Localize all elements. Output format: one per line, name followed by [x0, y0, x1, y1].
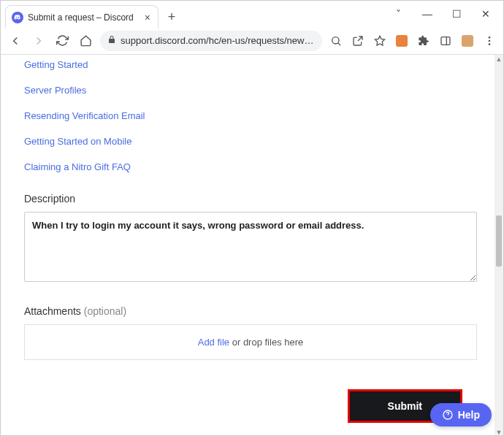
share-icon[interactable] [350, 33, 366, 49]
attachments-optional-text: (optional) [84, 305, 126, 317]
reload-icon[interactable] [53, 32, 71, 50]
description-label: Description [24, 193, 477, 204]
scroll-up-icon[interactable]: ▲ [495, 55, 503, 64]
svg-point-2 [489, 37, 491, 39]
new-tab-button[interactable]: + [161, 7, 182, 27]
forward-icon[interactable] [30, 32, 47, 50]
add-file-link[interactable]: Add file [198, 337, 229, 348]
scroll-down-icon[interactable]: ▼ [495, 428, 503, 436]
svg-point-3 [489, 39, 491, 42]
browser-tab[interactable]: Submit a request – Discord × [5, 5, 159, 28]
tab-title: Submit a request – Discord [28, 12, 139, 23]
profile-avatar-icon[interactable] [459, 33, 476, 49]
extensions-icon[interactable] [416, 33, 432, 49]
suggested-link[interactable]: Claiming a Nitro Gift FAQ [24, 161, 477, 172]
close-window-icon[interactable]: ✕ [471, 4, 500, 24]
browser-titlebar: Submit a request – Discord × + ˅ — ☐ ✕ [1, 1, 503, 27]
svg-point-0 [332, 37, 339, 43]
url-text: support.discord.com/hc/en-us/requests/ne… [121, 35, 315, 46]
page-content: Getting Started Server Profiles Resendin… [1, 55, 495, 436]
maximize-icon[interactable]: ☐ [442, 4, 471, 24]
window-dropdown-icon[interactable]: ˅ [383, 4, 413, 24]
description-textarea[interactable] [24, 212, 477, 282]
help-widget[interactable]: Help [430, 403, 492, 427]
vertical-scrollbar[interactable]: ▲ ▼ [495, 55, 503, 436]
drop-files-text: or drop files here [229, 337, 303, 348]
extension-metamask-icon[interactable] [394, 33, 410, 49]
suggested-link[interactable]: Getting Started on Mobile [24, 136, 477, 147]
attachments-label: Attachments (optional) [24, 305, 477, 317]
attachments-dropzone[interactable]: Add file or drop files here [24, 324, 477, 360]
suggested-link[interactable]: Server Profiles [24, 85, 477, 96]
help-label: Help [458, 409, 480, 421]
home-icon[interactable] [77, 32, 94, 50]
svg-rect-1 [441, 37, 450, 45]
svg-point-4 [489, 43, 491, 45]
browser-toolbar: support.discord.com/hc/en-us/requests/ne… [1, 27, 503, 55]
help-question-icon [442, 409, 454, 421]
lock-icon [107, 35, 116, 46]
attachments-label-text: Attachments [24, 305, 81, 317]
submit-row: Submit [24, 389, 477, 423]
discord-favicon-icon [12, 12, 23, 23]
sidepanel-icon[interactable] [438, 33, 454, 49]
suggested-articles-list: Getting Started Server Profiles Resendin… [24, 59, 477, 172]
suggested-link[interactable]: Resending Verification Email [24, 110, 477, 121]
back-icon[interactable] [7, 32, 24, 50]
page-viewport: Getting Started Server Profiles Resendin… [1, 55, 503, 436]
minimize-icon[interactable]: — [413, 4, 442, 24]
suggested-link[interactable]: Getting Started [24, 59, 477, 70]
address-bar[interactable]: support.discord.com/hc/en-us/requests/ne… [100, 31, 322, 51]
zoom-icon[interactable] [328, 33, 344, 49]
scroll-thumb[interactable] [496, 215, 502, 267]
bookmark-star-icon[interactable] [372, 33, 388, 49]
close-tab-icon[interactable]: × [143, 12, 152, 23]
window-controls: ˅ — ☐ ✕ [383, 1, 503, 24]
menu-kebab-icon[interactable] [481, 33, 497, 49]
